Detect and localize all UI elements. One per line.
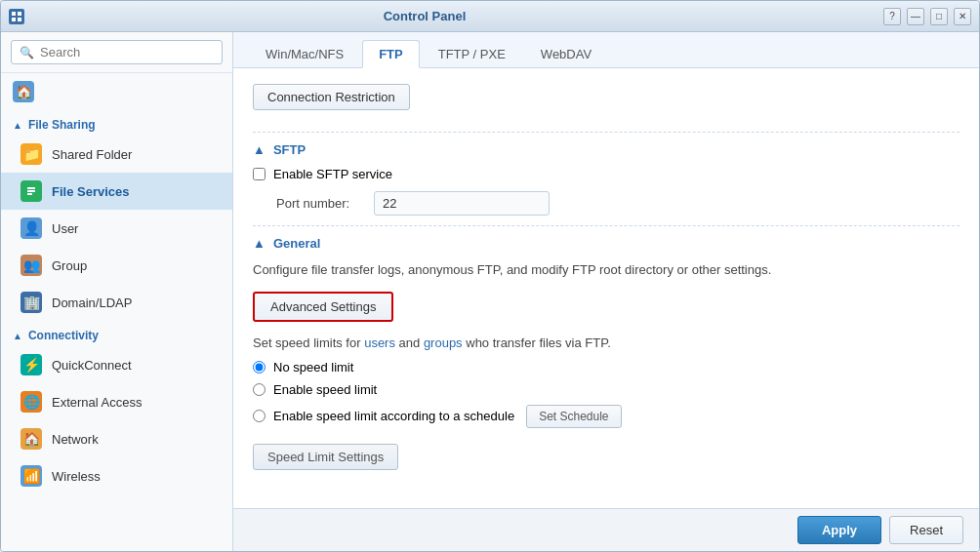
shared-folder-icon: 📁 <box>20 143 42 165</box>
home-item[interactable]: 🏠 <box>1 73 232 110</box>
sidebar-item-file-services[interactable]: File Services <box>1 173 232 210</box>
speed-limit-settings-button[interactable]: Speed Limit Settings <box>253 444 398 470</box>
external-access-icon: 🌐 <box>20 391 42 413</box>
svg-rect-5 <box>27 187 35 189</box>
sidebar-item-external-access[interactable]: 🌐 External Access <box>1 383 232 420</box>
users-link[interactable]: users <box>364 335 395 350</box>
enable-sftp-checkbox[interactable] <box>253 168 265 180</box>
sidebar-item-user[interactable]: 👤 User <box>1 210 232 247</box>
enable-speed-limit-label[interactable]: Enable speed limit <box>273 382 377 397</box>
divider-1 <box>253 132 960 133</box>
general-section-header: ▲ General <box>253 236 960 251</box>
tab-tftp-pxe[interactable]: TFTP / PXE <box>422 40 522 67</box>
file-sharing-section-header[interactable]: ▲ File Sharing <box>1 110 232 136</box>
domain-icon: 🏢 <box>20 292 42 313</box>
maximize-btn[interactable]: □ <box>930 8 948 25</box>
speed-limit-schedule-row: Enable speed limit according to a schedu… <box>253 405 960 428</box>
advanced-settings-button[interactable]: Advanced Settings <box>253 292 393 322</box>
user-label: User <box>52 221 78 236</box>
sidebar-item-network[interactable]: 🏠 Network <box>1 420 232 457</box>
general-description: Configure file transfer logs, anonymous … <box>253 260 960 280</box>
close-btn[interactable]: ✕ <box>954 8 971 25</box>
enable-speed-limit-radio[interactable] <box>253 383 265 396</box>
minimize-btn[interactable]: — <box>907 8 924 25</box>
group-icon: 👥 <box>20 255 42 276</box>
sidebar-search-container: 🔍 <box>1 32 232 73</box>
sidebar-item-shared-folder[interactable]: 📁 Shared Folder <box>1 136 232 173</box>
no-speed-limit-row: No speed limit <box>253 360 960 375</box>
tab-win-mac-nfs[interactable]: Win/Mac/NFS <box>249 40 360 67</box>
port-label: Port number: <box>276 196 364 211</box>
set-schedule-button[interactable]: Set Schedule <box>526 405 621 428</box>
groups-link[interactable]: groups <box>424 335 463 350</box>
tabs-bar: Win/Mac/NFS FTP TFTP / PXE WebDAV <box>233 32 979 68</box>
sftp-title: SFTP <box>273 142 306 157</box>
group-label: Group <box>52 258 87 273</box>
svg-rect-7 <box>27 193 32 195</box>
sidebar-item-quickconnect[interactable]: ⚡ QuickConnect <box>1 346 232 383</box>
no-speed-limit-radio[interactable] <box>253 361 265 374</box>
file-sharing-chevron: ▲ <box>13 120 22 131</box>
file-services-label: File Services <box>52 184 130 199</box>
window-title: Control Panel <box>0 9 883 23</box>
network-icon: 🏠 <box>20 428 42 450</box>
connectivity-chevron: ▲ <box>13 331 22 341</box>
network-label: Network <box>52 432 99 447</box>
connection-restriction-button[interactable]: Connection Restriction <box>253 84 410 110</box>
file-services-icon <box>20 180 42 202</box>
titlebar: Control Panel ? — □ ✕ <box>1 1 979 32</box>
divider-2 <box>253 225 960 226</box>
wireless-label: Wireless <box>52 469 101 484</box>
enable-sftp-row: Enable SFTP service <box>253 167 960 181</box>
general-chevron: ▲ <box>253 236 265 251</box>
speed-limit-schedule-radio[interactable] <box>253 410 265 422</box>
connectivity-section-header[interactable]: ▲ Connectivity <box>1 321 232 346</box>
quickconnect-icon: ⚡ <box>20 354 42 375</box>
main-area: 🔍 🏠 ▲ File Sharing 📁 Shared Folder <box>1 32 979 551</box>
search-input[interactable] <box>40 45 214 59</box>
file-sharing-label: File Sharing <box>28 118 96 132</box>
enable-speed-limit-row: Enable speed limit <box>253 382 960 397</box>
footer: Apply Reset <box>233 508 979 551</box>
sidebar: 🔍 🏠 ▲ File Sharing 📁 Shared Folder <box>1 32 233 551</box>
connectivity-label: Connectivity <box>28 329 99 342</box>
shared-folder-label: Shared Folder <box>52 147 132 162</box>
external-access-label: External Access <box>52 395 143 410</box>
sftp-chevron: ▲ <box>253 142 265 157</box>
content-area: Win/Mac/NFS FTP TFTP / PXE WebDAV Connec… <box>233 32 979 551</box>
apply-button[interactable]: Apply <box>797 516 881 544</box>
tab-ftp[interactable]: FTP <box>362 40 420 68</box>
sidebar-item-group[interactable]: 👥 Group <box>1 247 232 284</box>
tab-webdav[interactable]: WebDAV <box>524 40 608 67</box>
no-speed-limit-label[interactable]: No speed limit <box>273 360 353 375</box>
search-icon: 🔍 <box>20 46 34 59</box>
home-icon: 🏠 <box>13 81 34 102</box>
speed-description: Set speed limits for users and groups wh… <box>253 335 960 350</box>
quickconnect-label: QuickConnect <box>52 358 132 373</box>
user-icon: 👤 <box>20 217 42 239</box>
svg-rect-6 <box>27 190 35 192</box>
enable-sftp-label[interactable]: Enable SFTP service <box>273 167 392 181</box>
speed-limit-schedule-label[interactable]: Enable speed limit according to a schedu… <box>273 409 514 423</box>
search-box[interactable]: 🔍 <box>11 40 223 64</box>
general-title: General <box>273 236 320 251</box>
content-body: Connection Restriction ▲ SFTP Enable SFT… <box>233 68 979 508</box>
port-number-row: Port number: <box>253 191 960 216</box>
reset-button[interactable]: Reset <box>889 516 963 544</box>
wireless-icon: 📶 <box>20 465 42 487</box>
sftp-section-header: ▲ SFTP <box>253 142 960 157</box>
sidebar-item-domain-ldap[interactable]: 🏢 Domain/LDAP <box>1 284 232 321</box>
main-window: Control Panel ? — □ ✕ 🔍 🏠 ▲ <box>0 0 980 552</box>
port-input[interactable] <box>374 191 550 216</box>
sidebar-item-wireless[interactable]: 📶 Wireless <box>1 457 232 494</box>
help-btn[interactable]: ? <box>883 8 901 25</box>
window-controls: ? — □ ✕ <box>883 8 971 25</box>
domain-ldap-label: Domain/LDAP <box>52 296 132 310</box>
